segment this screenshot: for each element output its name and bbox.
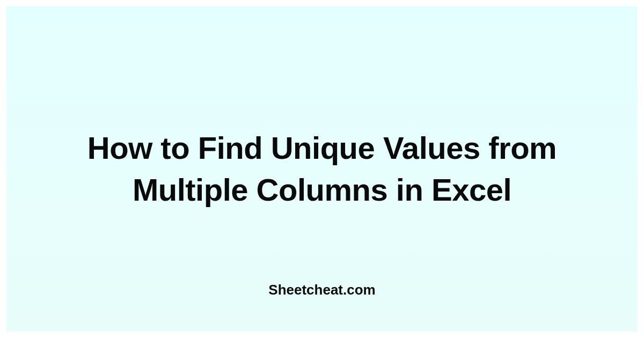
title-card: How to Find Unique Values from Multiple … bbox=[6, 6, 638, 332]
page-title: How to Find Unique Values from Multiple … bbox=[49, 127, 595, 211]
site-domain: Sheetcheat.com bbox=[268, 282, 375, 298]
